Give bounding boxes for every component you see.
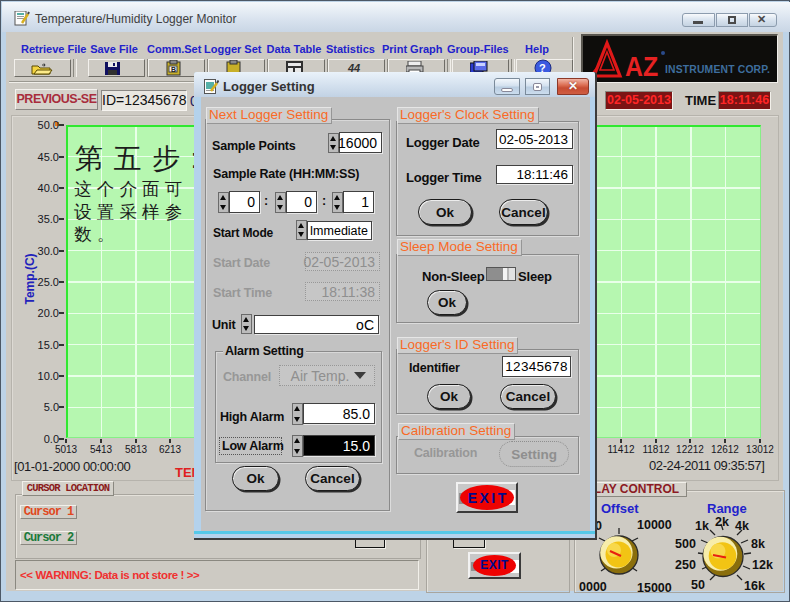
svg-text:B: B — [171, 66, 176, 73]
